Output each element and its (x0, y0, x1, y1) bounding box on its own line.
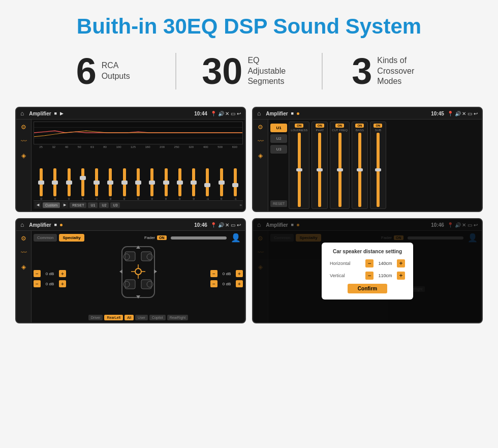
eq-slider-1: 0 (48, 168, 61, 200)
vol-minus-rl[interactable]: − (34, 280, 41, 287)
fader-top-row: Common Specialty Fader ON 👤 (34, 233, 243, 243)
preset-u1[interactable]: U1 (270, 124, 287, 132)
status-bar-fader: ⌂ Amplifier ■ 10:46 📍 🔊 ✕ ▭ ↩ (16, 219, 245, 231)
vol-val-fr: 0 dB (219, 272, 234, 276)
eq-next-btn[interactable]: ▶ (61, 202, 68, 208)
fader-sidebar: ⚙ 〰 ◈ (16, 231, 32, 322)
cutfreq-toggle[interactable]: ON (335, 124, 344, 128)
loudness-toggle[interactable]: ON (295, 124, 303, 128)
time-eq: 10:44 (194, 111, 207, 116)
eq-sidebar: ⚙ 〰 ◈ (16, 120, 32, 211)
speaker-buttons-row: Driver RearLeft All User Copilot RearRig… (34, 315, 243, 320)
spk-copilot[interactable]: Copilot (149, 315, 166, 320)
crossover-sidebar: ⚙ 〰 ◈ (253, 120, 268, 211)
stat-number-rca: 6 (76, 53, 97, 89)
spk-user[interactable]: User (135, 315, 148, 320)
horizontal-label: Horizontal (330, 261, 351, 266)
eq-sidebar-icon-2[interactable]: 〰 (21, 138, 27, 145)
spk-driver[interactable]: Driver (88, 315, 103, 320)
eq-sidebar-icon-3[interactable]: ◈ (21, 152, 26, 159)
vol-minus-rr[interactable]: − (210, 280, 217, 287)
fader-sidebar-icon-1[interactable]: ⚙ (21, 235, 26, 242)
eq-u2-btn[interactable]: U2 (99, 202, 109, 208)
record-dot-3: ■ (54, 222, 57, 227)
bass-slider[interactable] (358, 133, 361, 207)
eq-custom-btn[interactable]: Custom (43, 202, 60, 208)
vol-plus-rl[interactable]: + (59, 280, 66, 287)
fader-sidebar-icon-3[interactable]: ◈ (21, 263, 26, 271)
vol-val-fl: 0 dB (42, 272, 57, 276)
ctrl-loudness: ON LOUDNESS (289, 122, 309, 209)
crossover-sidebar-icon-3[interactable]: ◈ (258, 152, 263, 159)
eq-slider-13: 0 (214, 168, 228, 200)
stat-number-eq: 30 (202, 53, 242, 89)
bass-toggle[interactable]: ON (355, 124, 364, 128)
eq-slider-6: 0 (118, 168, 131, 200)
crossover-sidebar-icon-2[interactable]: 〰 (258, 138, 264, 145)
record-dot: ■ (54, 111, 57, 116)
ctrl-sub: ON SUB (370, 122, 386, 209)
crossover-sidebar-icon-1[interactable]: ⚙ (258, 124, 263, 131)
sub-slider[interactable] (377, 133, 380, 207)
ctrl-phat: ON PHAT (312, 122, 328, 209)
svg-rect-5 (125, 252, 135, 261)
crossover-screen-content: ⚙ 〰 ◈ U1 U2 U3 RESET ON LOUDNESS (253, 120, 482, 211)
cutfreq-slider[interactable] (338, 133, 341, 207)
loudness-slider[interactable] (298, 133, 301, 207)
horizontal-plus[interactable]: + (397, 259, 405, 267)
app-name-fader: Amplifier (29, 222, 51, 228)
sub-toggle[interactable]: ON (374, 124, 382, 128)
horizontal-minus[interactable]: − (365, 259, 374, 267)
home-icon[interactable]: ⌂ (20, 110, 24, 117)
freq-labels: 2532405063 80100125160200 25032040050063… (34, 145, 243, 148)
tab-specialty[interactable]: Specialty (59, 234, 84, 242)
eq-main-area: 2532405063 80100125160200 25032040050063… (32, 120, 245, 211)
crossover-main-area: U1 U2 U3 RESET ON LOUDNESS ON PHAT (268, 120, 482, 211)
tab-common[interactable]: Common (34, 234, 57, 242)
record-dot-2: ■ (291, 111, 294, 116)
eq-reset-btn[interactable]: RESET (70, 202, 86, 208)
vertical-minus[interactable]: − (365, 272, 374, 280)
eq-slider-10: 0 (173, 168, 186, 200)
eq-graph (34, 122, 243, 144)
fader-sidebar-icon-2[interactable]: 〰 (21, 249, 27, 256)
vol-plus-fl[interactable]: + (59, 270, 66, 277)
horizontal-value-row: − 140cm + (365, 259, 405, 267)
crossover-reset[interactable]: RESET (270, 200, 287, 207)
svg-marker-21 (154, 270, 157, 274)
status-bar-eq: ⌂ Amplifier ■ ▶ 10:44 📍 🔊 ✕ ▭ ↩ (16, 108, 245, 120)
fader-screen-content: ⚙ 〰 ◈ Common Specialty Fader ON 👤 (16, 231, 245, 322)
eq-slider-14: -1 (229, 168, 242, 200)
vol-minus-fl[interactable]: − (34, 270, 41, 277)
phat-slider[interactable] (318, 133, 321, 207)
confirm-button[interactable]: Confirm (348, 284, 387, 293)
home-icon-3[interactable]: ⌂ (20, 221, 24, 228)
vol-row-rr: − 0 dB + (210, 280, 243, 287)
eq-slider-5: 0 (104, 168, 117, 200)
time-crossover: 10:45 (431, 111, 444, 116)
spk-all[interactable]: All (124, 315, 134, 320)
vol-plus-fr[interactable]: + (236, 270, 243, 277)
vol-row-fl: − 0 dB + (34, 270, 66, 277)
home-icon-2[interactable]: ⌂ (257, 110, 261, 117)
spk-rearleft[interactable]: RearLeft (104, 315, 123, 320)
stat-number-crossover: 3 (352, 53, 372, 89)
vol-minus-fr[interactable]: − (210, 270, 217, 277)
fader-on-btn[interactable]: ON (157, 235, 167, 240)
fader-slider[interactable] (171, 236, 227, 240)
vol-plus-rr[interactable]: + (236, 280, 243, 287)
preset-u3[interactable]: U3 (270, 145, 287, 154)
eq-u1-btn[interactable]: U1 (88, 202, 98, 208)
phat-toggle[interactable]: ON (316, 124, 324, 128)
spk-rearright[interactable]: RearRight (167, 315, 189, 320)
eq-sidebar-icon-1[interactable]: ⚙ (21, 124, 26, 131)
cutfreq-label: CUT FREQ (332, 129, 348, 132)
vol-val-rl: 0 dB (42, 282, 57, 286)
vertical-plus[interactable]: + (397, 272, 405, 280)
eq-screen-content: ⚙ 〰 ◈ (16, 120, 245, 211)
eq-slider-8: 0 (145, 168, 159, 200)
eq-u3-btn[interactable]: U3 (110, 202, 120, 208)
eq-prev-btn[interactable]: ◀ (35, 202, 41, 208)
preset-u2[interactable]: U2 (270, 134, 287, 143)
fader-main-layout: − 0 dB + − 0 dB + (34, 244, 243, 313)
